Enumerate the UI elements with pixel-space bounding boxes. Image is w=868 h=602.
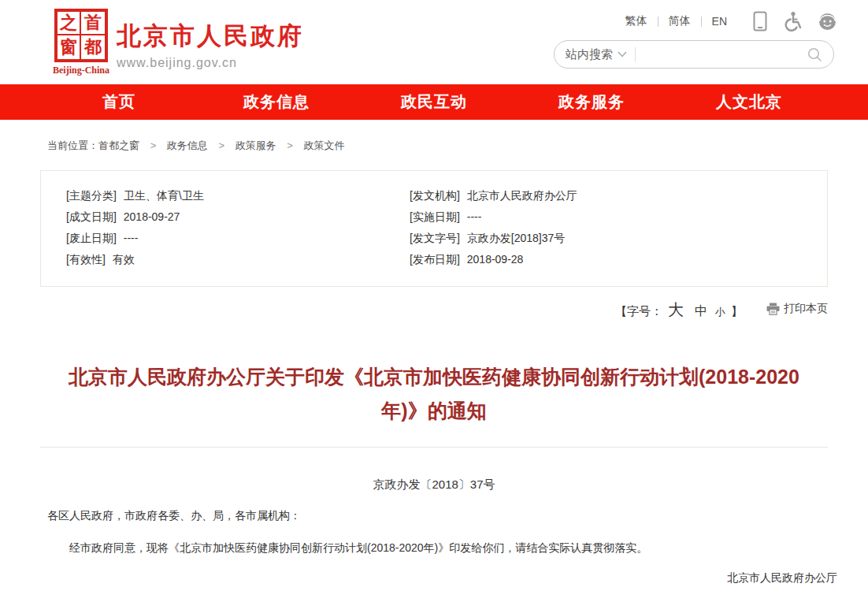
search-scope-label: 站内搜索 [566, 47, 613, 62]
site-identity[interactable]: 北京市人民政府 www.beijing.gov.cn [117, 20, 304, 70]
document-salutation: 各区人民政府，市政府各委、办、局，各市属机构： [47, 509, 837, 523]
print-page-label: 打印本页 [784, 302, 828, 316]
breadcrumb-prefix: 当前位置： [47, 139, 98, 151]
site-url: www.beijing.gov.cn [117, 56, 304, 70]
title-divider [40, 447, 828, 448]
meta-label: [主题分类] [66, 185, 117, 206]
font-size-small-button[interactable]: 小 [715, 305, 725, 319]
meta-row-repeal-date: [废止日期] ---- [66, 228, 410, 249]
meta-row-issuing-agency: [发文机构] 北京市人民政府办公厅 [410, 185, 827, 206]
document-number: 京政办发〔2018〕37号 [0, 478, 868, 492]
meta-row-doc-symbol: [发文字号] 京政办发[2018]37号 [410, 228, 827, 249]
meta-value: 京政办发[2018]37号 [467, 228, 566, 249]
meta-label: [发文机构] [410, 185, 460, 206]
font-size-medium-button[interactable]: 中 [695, 303, 707, 320]
accessibility-icon[interactable] [783, 11, 802, 32]
document-paragraph: 经市政府同意，现将《北京市加快医药健康协同创新行动计划(2018-2020年)》… [47, 540, 837, 556]
document-meta-box: [主题分类] 卫生、体育\卫生 [成文日期] 2018-09-27 [废止日期]… [40, 170, 828, 287]
search-icon[interactable] [807, 47, 822, 62]
divider [635, 47, 636, 61]
service-robot-icon[interactable] [818, 12, 837, 32]
printer-icon [766, 303, 780, 315]
nav-item-gov-info[interactable]: 政务信息 [198, 84, 355, 120]
meta-label: [成文日期] [66, 206, 117, 228]
seal-char: 都 [81, 35, 105, 59]
lang-simplified-link[interactable]: 简体 [658, 14, 701, 28]
seal-char: 首 [81, 12, 105, 35]
breadcrumb-item-home[interactable]: 首都之窗 [98, 139, 139, 151]
meta-value: 有效 [113, 249, 135, 270]
breadcrumb: 当前位置：首都之窗 > 政务信息 > 政策服务 > 政策文件 [0, 120, 868, 153]
meta-label: [有效性] [66, 249, 106, 270]
breadcrumb-separator: > [218, 139, 224, 151]
meta-value: 2018-09-28 [467, 249, 524, 270]
meta-row-effective-date: [实施日期] ---- [410, 206, 827, 228]
page-toolbar: 【字号： 大 中 小 】 打印本页 [40, 299, 828, 321]
mobile-icon[interactable] [753, 11, 767, 32]
breadcrumb-separator: > [287, 139, 293, 151]
chevron-down-icon [618, 51, 627, 58]
meta-label: [废止日期] [66, 228, 117, 249]
header-utilities: 繁体 简体 EN [554, 11, 837, 69]
breadcrumb-item-policy-docs[interactable]: 政策文件 [304, 139, 345, 151]
breadcrumb-separator: > [150, 139, 157, 151]
lang-traditional-link[interactable]: 繁体 [615, 14, 658, 28]
meta-value: ---- [467, 206, 482, 228]
site-header: 之 首 窗 都 Beijing-China 北京市人民政府 www.beijin… [0, 0, 868, 84]
nav-item-culture[interactable]: 人文北京 [670, 84, 828, 120]
document-title: 北京市人民政府办公厅关于印发《北京市加快医药健康协同创新行动计划(2018-20… [62, 360, 806, 428]
meta-value: 北京市人民政府办公厅 [467, 185, 577, 206]
meta-label: [发布日期] [410, 249, 460, 270]
meta-row-publish-date: [发布日期] 2018-09-28 [410, 249, 827, 270]
lang-english-link[interactable]: EN [702, 15, 737, 28]
meta-row-written-date: [成文日期] 2018-09-27 [66, 206, 410, 228]
search-scope-dropdown[interactable]: 站内搜索 [566, 47, 627, 62]
nav-item-services[interactable]: 政务服务 [513, 84, 670, 120]
search-input[interactable] [644, 48, 807, 61]
language-bar: 繁体 简体 EN [554, 11, 837, 32]
site-logo[interactable]: 之 首 窗 都 Beijing-China [50, 9, 112, 76]
main-nav: 首页 政务信息 政民互动 政务服务 人文北京 [0, 84, 868, 120]
meta-value: 2018-09-27 [124, 206, 180, 228]
site-title: 北京市人民政府 [117, 20, 304, 53]
capital-window-seal-icon: 之 首 窗 都 [54, 9, 108, 62]
breadcrumb-item-gov-info[interactable]: 政务信息 [167, 139, 208, 151]
logo-caption: Beijing-China [50, 65, 112, 76]
font-size-prefix: 【字号： [615, 304, 662, 319]
nav-item-home[interactable]: 首页 [40, 84, 198, 120]
meta-label: [实施日期] [410, 206, 460, 228]
seal-char: 之 [57, 12, 81, 35]
font-size-large-button[interactable]: 大 [668, 299, 684, 321]
font-size-suffix: 】 [731, 304, 743, 319]
meta-value: 卫生、体育\卫生 [124, 185, 204, 206]
print-page-button[interactable]: 打印本页 [766, 302, 828, 316]
breadcrumb-item-policy-service[interactable]: 政策服务 [236, 139, 276, 151]
document-signature: 北京市人民政府办公厅 [0, 571, 837, 585]
meta-label: [发文字号] [410, 228, 460, 249]
meta-row-validity: [有效性] 有效 [66, 249, 410, 270]
seal-char: 窗 [57, 35, 81, 59]
meta-value: ---- [124, 228, 139, 249]
meta-row-topic: [主题分类] 卫生、体育\卫生 [66, 185, 410, 206]
nav-item-interaction[interactable]: 政民互动 [355, 84, 513, 120]
site-search-box: 站内搜索 [554, 40, 834, 69]
